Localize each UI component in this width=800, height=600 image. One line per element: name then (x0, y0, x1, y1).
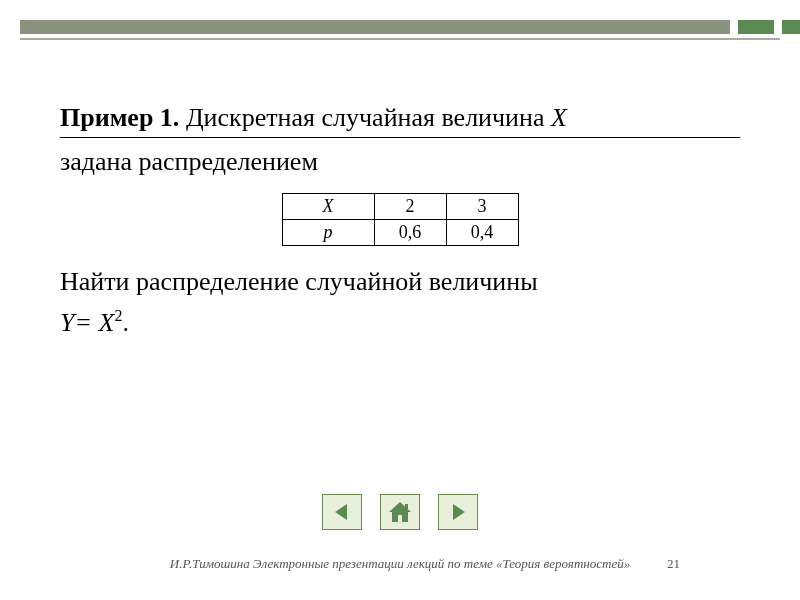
example-label: Пример 1. (60, 103, 179, 132)
task-formula: Y= X (60, 308, 114, 337)
prev-button[interactable] (322, 494, 362, 530)
table-cell: 3 (446, 194, 518, 220)
table-cell: 2 (374, 194, 446, 220)
title-continuation: задана распределением (60, 144, 740, 179)
top-accent-bar (20, 20, 800, 34)
table-row: p 0,6 0,4 (282, 220, 518, 246)
page-number: 21 (667, 556, 680, 572)
example-title: Пример 1. Дискретная случайная величина … (60, 100, 740, 135)
footer-text: И.Р.Тимошина Электронные презентации лек… (0, 556, 800, 572)
slide-content: Пример 1. Дискретная случайная величина … (60, 100, 740, 340)
table-cell: 0,6 (374, 220, 446, 246)
title-text-1: Дискретная случайная величина (179, 103, 551, 132)
task-suffix: . (122, 308, 129, 337)
top-bar-green-1 (738, 20, 774, 34)
top-divider (20, 38, 780, 40)
title-variable: X (551, 103, 567, 132)
table-cell: 0,4 (446, 220, 518, 246)
arrow-right-icon (447, 501, 469, 523)
title-underline (60, 137, 740, 138)
task-text-line1: Найти распределение случайной величины (60, 264, 740, 299)
task-text-line2: Y= X2. (60, 305, 740, 340)
arrow-left-icon (331, 501, 353, 523)
svg-rect-4 (405, 504, 408, 509)
table-header-p: p (282, 220, 374, 246)
home-button[interactable] (380, 494, 420, 530)
top-bar-green-2 (782, 20, 800, 34)
top-bar-gray (20, 20, 730, 34)
table-header-x: X (282, 194, 374, 220)
nav-buttons (0, 494, 800, 530)
svg-rect-3 (398, 515, 402, 522)
svg-marker-5 (453, 504, 465, 520)
home-icon (387, 500, 413, 524)
svg-marker-0 (335, 504, 347, 520)
distribution-table: X 2 3 p 0,6 0,4 (282, 193, 519, 246)
next-button[interactable] (438, 494, 478, 530)
table-row: X 2 3 (282, 194, 518, 220)
